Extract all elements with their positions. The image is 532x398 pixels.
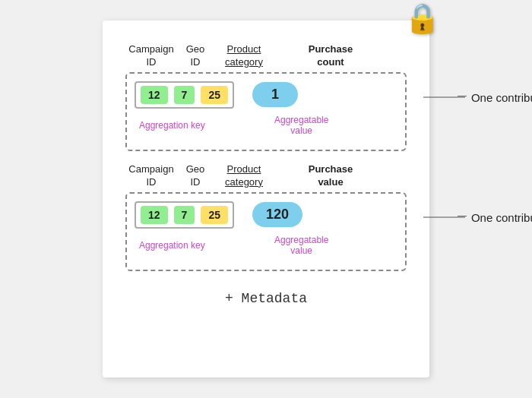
annotation-line-1	[423, 96, 465, 97]
card: 🔒 Campaign ID Geo ID Product category Pu…	[103, 21, 429, 377]
label-agg-value-1: Aggregatable value	[274, 115, 328, 136]
chip-7-2: 7	[174, 206, 195, 224]
label-row-1: Aggregation key Aggregatable value	[135, 115, 397, 136]
lock-icon: 🔒	[404, 4, 440, 33]
section-2: Campaign ID Geo ID Product category Purc…	[125, 163, 407, 271]
label-agg-key-2: Aggregation key	[139, 240, 261, 251]
col-purchase-2: Purchase value	[293, 163, 369, 189]
col-product-1: Product category	[214, 43, 274, 69]
chip-25-1: 25	[201, 86, 228, 104]
contribution-box-1: 12 7 25 1 Aggregation key Aggregatable v…	[125, 72, 407, 151]
chip-25-2: 25	[201, 206, 228, 224]
annotation-line-2	[423, 216, 465, 217]
label-row-2: Aggregation key Aggregatable value	[135, 235, 397, 256]
annotation-1: One contribution	[423, 90, 532, 103]
agg-value-bubble-1: 1	[252, 82, 298, 107]
annotation-2: One contribution	[423, 210, 532, 223]
col-geo-2: Geo ID	[177, 163, 214, 189]
agg-key-box-2: 12 7 25	[135, 201, 234, 229]
contribution-box-2: 12 7 25 120 Aggregation key Aggregatable…	[125, 192, 407, 271]
col-product-2: Product category	[214, 163, 274, 189]
chip-7-1: 7	[174, 86, 195, 104]
annotation-text-2: One contribution	[471, 210, 532, 223]
agg-value-bubble-2: 120	[252, 202, 302, 227]
col-geo-1: Geo ID	[177, 43, 214, 69]
col-campaign-2: Campaign ID	[125, 163, 177, 189]
key-value-row-2: 12 7 25 120	[135, 201, 397, 229]
key-value-row-1: 12 7 25 1	[135, 81, 397, 109]
scene: 🔒 Campaign ID Geo ID Product category Pu…	[8, 5, 524, 393]
col-campaign-1: Campaign ID	[125, 43, 177, 69]
metadata-label: + Metadata	[125, 286, 407, 306]
section-1: Campaign ID Geo ID Product category Purc…	[125, 43, 407, 151]
col-purchase-1: Purchase count	[293, 43, 369, 69]
annotation-text-1: One contribution	[471, 90, 532, 103]
chip-12-1: 12	[141, 86, 168, 104]
label-agg-value-2: Aggregatable value	[274, 235, 328, 256]
chip-12-2: 12	[141, 206, 168, 224]
col-headers-2: Campaign ID Geo ID Product category Purc…	[125, 163, 407, 189]
agg-key-box-1: 12 7 25	[135, 81, 234, 109]
col-headers-1: Campaign ID Geo ID Product category Purc…	[125, 43, 407, 69]
label-agg-key-1: Aggregation key	[139, 120, 261, 131]
